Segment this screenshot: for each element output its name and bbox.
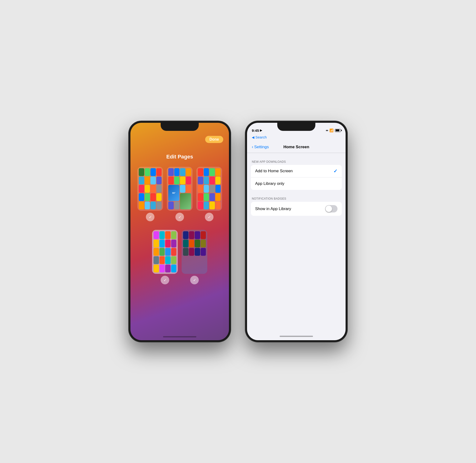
new-app-downloads-group: Add to Home Screen ✓ App Library only	[251, 165, 342, 190]
page-thumb-2[interactable]: 66° ✓	[167, 167, 193, 211]
page-thumb-4[interactable]: ✓	[152, 230, 178, 274]
add-to-home-screen-row[interactable]: Add to Home Screen ✓	[251, 165, 342, 178]
home-bar	[280, 336, 313, 337]
pages-row-1: ✓	[137, 167, 222, 211]
app-library-only-label: App Library only	[255, 181, 284, 186]
notification-badges-group: Show in App Library	[251, 202, 342, 216]
back-button[interactable]: ‹ Settings	[252, 144, 269, 149]
page-2-thumbnail: 66°	[167, 167, 193, 211]
page-4-check[interactable]: ✓	[161, 276, 169, 284]
page-3-thumbnail	[196, 167, 222, 211]
signal-icon	[326, 130, 328, 131]
status-icons: 📶	[326, 128, 341, 132]
done-button[interactable]: Done	[205, 136, 223, 143]
new-app-downloads-header: NEW APP DOWNLOADS	[247, 160, 346, 165]
page-5-thumbnail	[182, 230, 207, 274]
home-indicator-left	[130, 336, 229, 337]
settings-screen: 9:45 ▶ 📶	[247, 123, 346, 340]
page-2-check[interactable]: ✓	[175, 213, 184, 221]
phone-right-screen: 9:45 ▶ 📶	[247, 123, 346, 340]
page-thumb-5[interactable]: ✓	[182, 230, 207, 274]
location-arrow-icon: ▶	[260, 129, 262, 132]
phone-right: 9:45 ▶ 📶	[245, 121, 348, 342]
notification-badges-header: NOTIFICATION BADGES	[247, 197, 346, 202]
app-library-only-row[interactable]: App Library only	[251, 178, 342, 190]
phone-left-screen: Done Edit Pages	[130, 123, 229, 340]
notch-left	[161, 123, 199, 131]
add-to-home-checkmark: ✓	[333, 168, 338, 174]
nav-title: Home Screen	[283, 145, 309, 149]
navigation-bar: ‹ Settings Home Screen	[247, 141, 346, 153]
notch-right	[277, 123, 315, 131]
pages-grid: ✓	[130, 167, 229, 274]
settings-content: NEW APP DOWNLOADS Add to Home Screen ✓ A…	[247, 153, 346, 332]
notification-badges-section: NOTIFICATION BADGES Show in App Library	[247, 197, 346, 216]
add-to-home-screen-label: Add to Home Screen	[255, 169, 293, 173]
page-5-check[interactable]: ✓	[190, 276, 199, 284]
page-1-check[interactable]: ✓	[146, 213, 154, 221]
show-in-app-library-toggle[interactable]	[325, 205, 338, 213]
wifi-icon: 📶	[329, 128, 333, 132]
back-chevron-icon: ‹	[252, 144, 253, 149]
phone-left: Done Edit Pages	[128, 121, 231, 342]
home-indicator-right	[247, 332, 346, 340]
edit-pages-screen: Done Edit Pages	[130, 123, 229, 340]
page-title: Edit Pages	[166, 154, 193, 160]
search-back-bar: ◀ Search	[247, 135, 346, 141]
page-thumb-3[interactable]: ✓	[196, 167, 222, 211]
status-time: 9:45 ▶	[252, 128, 262, 133]
page-4-thumbnail	[152, 230, 178, 274]
back-label: Settings	[254, 145, 269, 149]
battery-icon	[335, 129, 341, 132]
show-in-app-library-row: Show in App Library	[251, 202, 342, 216]
pages-row-2: ✓	[152, 230, 207, 274]
toggle-knob	[326, 205, 332, 212]
page-thumb-1[interactable]: ✓	[137, 167, 163, 211]
page-1-thumbnail	[137, 167, 163, 211]
page-3-check[interactable]: ✓	[205, 213, 214, 221]
search-back-label[interactable]: Search	[255, 135, 267, 139]
new-app-downloads-section: NEW APP DOWNLOADS Add to Home Screen ✓ A…	[247, 160, 346, 190]
show-in-app-library-label: Show in App Library	[255, 206, 291, 211]
